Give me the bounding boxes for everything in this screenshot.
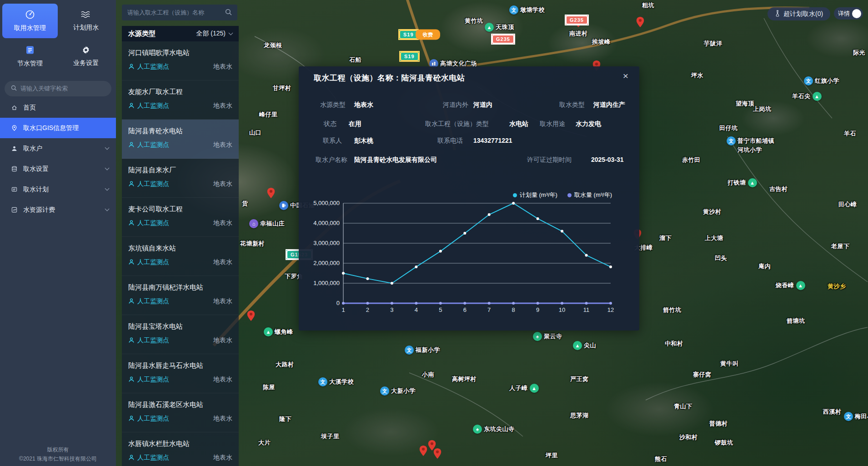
user-icon	[11, 145, 18, 151]
search-icon[interactable]	[225, 9, 232, 17]
filter-value-dropdown[interactable]: 全部 (125)	[196, 30, 232, 38]
map-label: 箭塘坑	[787, 317, 805, 325]
map-school-marker: 文大新小学	[380, 386, 416, 396]
water-source-type: 地表水	[213, 258, 232, 266]
station-list-item[interactable]: 麦卡公司取水工程人工监测点地表水	[122, 198, 239, 237]
over-plan-intake-button[interactable]: 超计划取水(0)	[768, 7, 830, 20]
sidebar-item-plan[interactable]: 取水计划	[0, 179, 116, 200]
sidebar-item-home[interactable]: 首页	[0, 97, 116, 118]
station-list-item[interactable]: 河口镇唱歌潭水电站人工监测点地表水	[122, 41, 239, 80]
station-name: 河口镇唱歌潭水电站	[128, 49, 232, 57]
map-label: 大路村	[276, 361, 294, 369]
sidebar-item-label: 水资源计费	[23, 206, 100, 214]
close-icon[interactable]: ×	[623, 71, 628, 80]
station-list-item[interactable]: 陆河县水唇走马石水电站人工监测点地表水	[122, 354, 239, 393]
flask-icon	[775, 10, 780, 18]
field-label: 取水户名称	[316, 155, 347, 164]
map-label: 锣鼓坑	[715, 439, 733, 447]
map-text-marker: 黄沙乡	[828, 282, 846, 291]
field-label: 许可证过期时间	[527, 155, 572, 164]
map-school-marker: 文墩塘学校	[509, 5, 545, 15]
map-label: 老屋下	[831, 242, 850, 251]
home-icon	[11, 105, 18, 110]
map-label: 普宁市船埔镇	[738, 137, 774, 145]
map-text-marker: 大路村	[276, 361, 294, 369]
app-tile-water-saving[interactable]: 节水管理	[2, 39, 58, 74]
sidebar-item-label: 取水口GIS信息管理	[23, 124, 109, 132]
station-list-item[interactable]: 东坑镇自来水站人工监测点地表水	[122, 237, 239, 276]
app-tile-planned-water[interactable]: 计划用水	[59, 4, 114, 38]
station-list-item[interactable]: 陆河县宝塔水电站人工监测点地表水	[122, 315, 239, 354]
station-name: 陆河县青砼水电站	[128, 127, 232, 135]
map-pin-marker[interactable]	[247, 311, 255, 321]
map-label: 中和村	[665, 340, 683, 348]
filter-value: 全部 (125)	[196, 30, 226, 38]
svg-text:6: 6	[463, 306, 467, 313]
app-tile-label: 节水管理	[17, 60, 43, 68]
svg-text:11: 11	[583, 306, 590, 313]
map-text-marker: 西溪村	[823, 408, 842, 416]
gas-icon	[279, 201, 288, 210]
app-tile-water-intake[interactable]: 取用水管理	[2, 4, 58, 38]
map-pin-marker[interactable]	[637, 17, 644, 27]
svg-text:12: 12	[607, 306, 614, 313]
road-badge: S19	[400, 52, 419, 61]
station-list-item[interactable]: 陆河县南万镇杞洋水电站人工监测点地表水	[122, 276, 239, 315]
map-text-marker: 青山下	[674, 402, 692, 411]
field-value: 2025-03-31	[591, 155, 624, 164]
school-icon: 文	[380, 386, 389, 396]
map-text-marker: 羊石	[844, 130, 856, 138]
toggle-knob[interactable]	[852, 9, 861, 18]
station-list-item[interactable]: 陆河县激石溪老区水电站人工监测点地表水	[122, 393, 239, 432]
map-pin-marker[interactable]	[434, 448, 442, 459]
station-list-item[interactable]: 陆河县青砼水电站人工监测点地表水	[122, 120, 239, 159]
water-source-type: 地表水	[213, 376, 232, 384]
monitor-type: 人工监测点	[128, 415, 169, 423]
person-icon	[128, 102, 135, 110]
sidebar-item-billing[interactable]: 水资源计费	[0, 200, 116, 220]
map-label: 望海顶	[736, 100, 754, 108]
modal-title: 取水工程（设施）名称：陆河县青砼水电站	[314, 73, 465, 83]
svg-text:1: 1	[341, 306, 345, 313]
sidebar-item-user[interactable]: 取水户	[0, 138, 116, 159]
sidebar-item-db[interactable]: 取水设置	[0, 159, 116, 179]
water-source-type: 地表水	[213, 102, 232, 110]
map-label: 箭竹坑	[663, 306, 682, 314]
map-label: 陈屋	[263, 383, 275, 391]
field-value: 水电站	[509, 119, 528, 128]
station-filter-header: 水源类型 全部 (125)	[122, 26, 239, 41]
map-pin-marker[interactable]	[420, 446, 427, 456]
map-text-marker: 箭竹坑	[663, 306, 682, 314]
map-mountain-marker: 羊石尖▲	[792, 92, 822, 101]
app-tile-settings[interactable]: 业务设置	[59, 39, 114, 74]
map-text-marker: 黄沙村	[703, 208, 722, 216]
map-school-marker: 文普宁市船埔镇	[727, 136, 774, 145]
person-icon	[128, 180, 135, 188]
detail-toggle-label: 详情	[838, 10, 850, 18]
copyright-line2: ©2021 珠海市仁智科技有限公司	[0, 454, 116, 463]
map-text-marker: 花塘新村	[240, 240, 265, 248]
school-icon: 文	[405, 346, 414, 355]
station-name: 东坑镇自来水站	[128, 244, 232, 253]
sidebar-item-pin[interactable]: 取水口GIS信息管理	[0, 118, 116, 138]
search-icon	[11, 85, 17, 92]
field-label: 水源类型	[320, 100, 346, 109]
svg-text:5,000,000: 5,000,000	[313, 200, 340, 206]
detail-toggle[interactable]: 详情	[834, 7, 863, 20]
sidebar-search-input[interactable]: 请输入关键字检索	[5, 81, 111, 96]
map-label: 尖山	[584, 341, 596, 350]
pin-icon	[11, 125, 18, 131]
map-mountain-marker: ▲天珠顶	[485, 23, 514, 32]
station-list-item[interactable]: 友能水厂取水工程人工监测点地表水	[122, 80, 239, 120]
map-pin-marker[interactable]	[267, 188, 275, 198]
map-label: 严王窝	[570, 375, 589, 383]
map-label: 墩塘学校	[520, 6, 545, 14]
map-label: 南进村	[569, 30, 588, 38]
station-list-item[interactable]: 水唇镇水栏肚水电站人工监测点地表水	[122, 432, 239, 466]
mountain-icon: ▲	[530, 384, 539, 393]
map-label: 黄沙村	[703, 208, 722, 216]
station-search-input[interactable]: 请输入取水工程（设施）名称	[122, 5, 237, 20]
station-list-item[interactable]: 陆河县自来水厂人工监测点地表水	[122, 159, 239, 198]
monitor-type: 人工监测点	[128, 454, 169, 462]
monitor-type: 人工监测点	[128, 63, 169, 71]
